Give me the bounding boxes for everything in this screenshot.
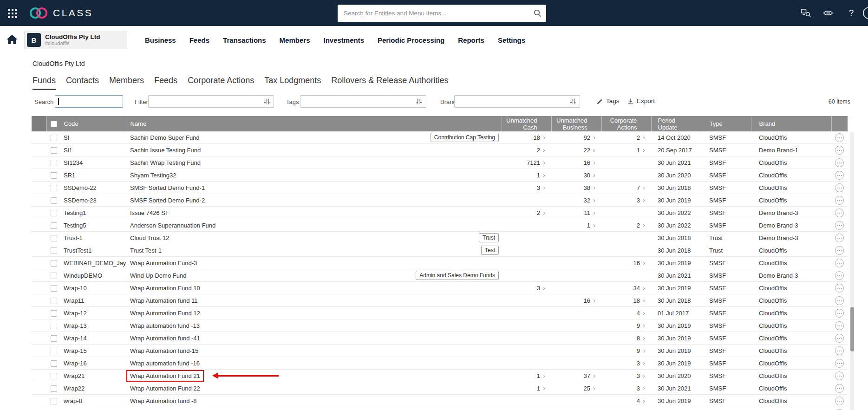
row-actions-button[interactable] — [835, 146, 844, 155]
row-checkbox[interactable] — [51, 385, 57, 392]
row-checkbox[interactable] — [51, 235, 57, 241]
corporate-actions-link[interactable]: 7 — [637, 184, 645, 191]
unmatched-cash-link[interactable]: 2 — [537, 209, 545, 216]
row-checkbox[interactable] — [51, 348, 57, 354]
column-header-name[interactable]: Name — [126, 116, 502, 131]
row-checkbox[interactable] — [51, 160, 57, 166]
row-checkbox[interactable] — [51, 310, 57, 317]
row-checkbox[interactable] — [51, 323, 57, 329]
row-actions-button[interactable] — [835, 234, 844, 242]
eye-icon[interactable] — [820, 0, 836, 26]
row-actions-button[interactable] — [835, 384, 844, 393]
unmatched-cash-link[interactable]: 3 — [537, 184, 545, 191]
entity-viewer-icon[interactable] — [798, 0, 814, 26]
row-checkbox[interactable] — [51, 185, 57, 191]
row-checkbox[interactable] — [51, 210, 57, 216]
corporate-actions-link[interactable]: 3 — [637, 384, 645, 392]
unmatched-business-link[interactable]: 92 — [584, 134, 595, 141]
row-checkbox[interactable] — [51, 260, 57, 267]
row-actions-button[interactable] — [835, 133, 844, 142]
select-all-checkbox[interactable] — [51, 121, 57, 127]
row-checkbox[interactable] — [51, 147, 57, 154]
row-checkbox[interactable] — [51, 360, 57, 367]
row-checkbox[interactable] — [51, 285, 57, 292]
export-button[interactable]: Export — [627, 98, 655, 104]
corporate-actions-link[interactable]: 2 — [637, 221, 645, 229]
unmatched-business-link[interactable]: 11 — [584, 209, 596, 216]
unmatched-business-link[interactable]: 32 — [584, 196, 595, 204]
row-actions-button[interactable] — [835, 259, 844, 267]
search-icon[interactable] — [529, 5, 546, 22]
row-actions-button[interactable] — [835, 196, 844, 205]
apps-grid-icon[interactable] — [8, 9, 17, 18]
help-icon[interactable] — [843, 0, 859, 26]
row-checkbox[interactable] — [51, 273, 57, 279]
column-header-code[interactable]: Code — [61, 116, 126, 131]
unmatched-business-link[interactable]: 37 — [584, 372, 595, 379]
unmatched-business-link[interactable]: 25 — [584, 384, 595, 392]
scrollbar-track[interactable] — [850, 132, 854, 410]
avatar[interactable] — [863, 7, 868, 19]
column-header-unmatched-cash[interactable]: Unmatched Cash — [502, 116, 551, 131]
corporate-actions-link[interactable]: 8 — [637, 334, 645, 342]
row-checkbox[interactable] — [51, 172, 57, 179]
row-actions-button[interactable] — [835, 284, 844, 293]
corporate-actions-link[interactable]: 9 — [637, 322, 645, 329]
row-actions-button[interactable] — [835, 271, 844, 280]
row-actions-button[interactable] — [835, 183, 844, 192]
corporate-actions-link[interactable]: 1 — [637, 146, 645, 154]
corporate-actions-link[interactable]: 34 — [633, 284, 645, 292]
row-actions-button[interactable] — [835, 208, 844, 217]
unmatched-business-link[interactable]: 22 — [584, 146, 595, 154]
nav-item-settings[interactable]: Settings — [498, 36, 525, 44]
tab-contacts[interactable]: Contacts — [66, 76, 99, 90]
nav-item-business[interactable]: Business — [145, 36, 176, 44]
row-checkbox[interactable] — [51, 373, 57, 379]
corporate-actions-link[interactable]: 4 — [637, 309, 645, 317]
funds-search-input[interactable] — [55, 95, 123, 108]
tags-button[interactable]: Tags — [597, 98, 620, 104]
row-actions-button[interactable] — [835, 346, 844, 355]
corporate-actions-link[interactable]: 3 — [637, 196, 645, 204]
filter-input[interactable] — [148, 95, 274, 108]
column-header-type[interactable]: Type — [701, 116, 751, 131]
row-actions-button[interactable] — [835, 171, 844, 180]
corporate-actions-link[interactable]: 3 — [637, 372, 645, 379]
row-checkbox[interactable] — [51, 222, 57, 229]
nav-item-members[interactable]: Members — [280, 36, 310, 44]
row-actions-button[interactable] — [835, 334, 844, 343]
column-header-period-update[interactable]: Period Update — [651, 116, 701, 131]
row-checkbox[interactable] — [51, 247, 57, 254]
row-checkbox[interactable] — [51, 398, 57, 404]
row-checkbox[interactable] — [51, 335, 57, 342]
entity-selector[interactable]: B CloudOffis Pty Ltd #cloudoffis — [24, 31, 127, 49]
column-header-corporate-actions[interactable]: Corporate Actions — [601, 116, 651, 131]
unmatched-business-link[interactable]: 1 — [587, 221, 595, 229]
home-button[interactable] — [6, 34, 19, 46]
corporate-actions-link[interactable]: 4 — [637, 397, 645, 404]
row-actions-button[interactable] — [835, 246, 844, 255]
row-actions-button[interactable] — [835, 371, 844, 380]
tab-corporate-actions[interactable]: Corporate Actions — [188, 76, 254, 90]
row-checkbox[interactable] — [51, 298, 57, 304]
nav-item-reports[interactable]: Reports — [458, 36, 484, 44]
tab-funds[interactable]: Funds — [33, 76, 56, 90]
unmatched-cash-link[interactable]: 1 — [537, 372, 545, 379]
class-logo[interactable]: CLASS — [29, 6, 93, 20]
row-actions-button[interactable] — [835, 397, 844, 405]
unmatched-cash-link[interactable]: 3 — [537, 284, 545, 292]
nav-item-transactions[interactable]: Transactions — [223, 36, 266, 44]
nav-item-investments[interactable]: Investments — [323, 36, 364, 44]
scrollbar-thumb[interactable] — [850, 307, 854, 351]
unmatched-cash-link[interactable]: 1 — [537, 171, 545, 179]
row-actions-button[interactable] — [835, 296, 844, 305]
tags-input[interactable] — [300, 95, 426, 108]
unmatched-cash-link[interactable]: 18 — [534, 134, 545, 141]
row-checkbox[interactable] — [51, 197, 57, 204]
brand-input[interactable] — [454, 95, 580, 108]
unmatched-business-link[interactable]: 38 — [584, 184, 595, 191]
nav-item-feeds[interactable]: Feeds — [189, 36, 209, 44]
tab-feeds[interactable]: Feeds — [154, 76, 177, 90]
global-search-input[interactable] — [338, 10, 529, 17]
corporate-actions-link[interactable]: 16 — [633, 259, 645, 267]
